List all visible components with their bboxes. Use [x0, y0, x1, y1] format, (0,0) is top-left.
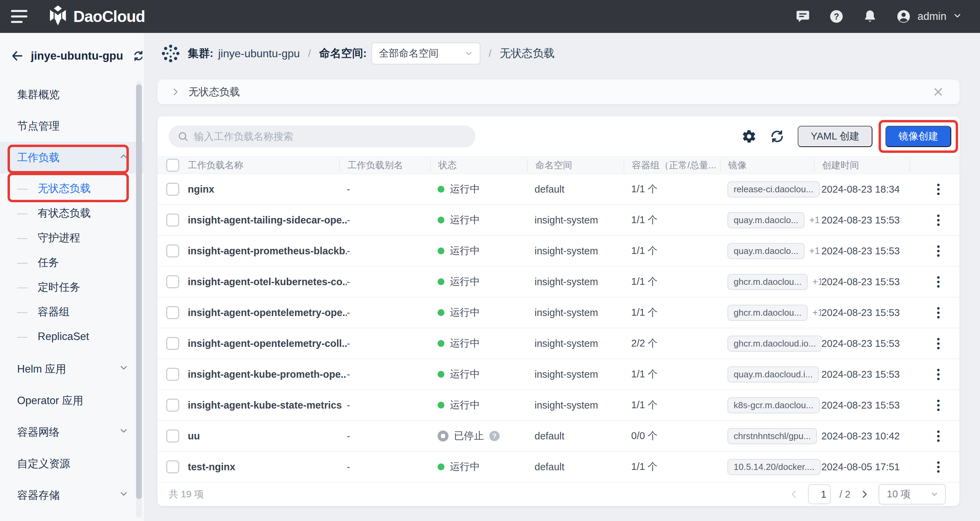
row-actions-kebab-icon[interactable]: [931, 274, 945, 290]
row-checkbox[interactable]: [166, 244, 179, 257]
dash-icon: —: [17, 257, 27, 268]
col-header-image[interactable]: 镜像: [720, 159, 821, 171]
row-checkbox[interactable]: [166, 430, 179, 443]
image-badge: release-ci.daoclou...: [727, 181, 819, 198]
row-actions-kebab-icon[interactable]: [931, 429, 945, 444]
sidebar-item-helm-apps[interactable]: Helm 应用: [0, 354, 144, 385]
workload-created: 2024-08-23 18:34: [821, 184, 917, 195]
workload-name[interactable]: insight-agent-opentelemetry-coll...: [188, 338, 347, 349]
col-header-namespace[interactable]: 命名空间: [527, 159, 631, 171]
page-number-input[interactable]: [808, 484, 830, 504]
row-actions-kebab-icon[interactable]: [931, 459, 945, 475]
workload-name[interactable]: insight-agent-kube-state-metrics: [188, 400, 347, 411]
row-checkbox[interactable]: [166, 275, 179, 288]
user-menu[interactable]: admin: [896, 9, 962, 24]
row-checkbox[interactable]: [166, 213, 179, 226]
row-actions-kebab-icon[interactable]: [931, 367, 945, 382]
sidebar-item-statefulsets[interactable]: —有状态负载: [0, 201, 144, 226]
sidebar-item-custom-resources[interactable]: 自定义资源: [0, 448, 144, 480]
row-checkbox[interactable]: [166, 460, 179, 473]
workload-image: release-ci.daoclou...: [727, 181, 821, 198]
row-actions-kebab-icon[interactable]: [931, 182, 945, 197]
close-icon[interactable]: [932, 86, 944, 98]
col-header-created[interactable]: 创建时间: [814, 159, 917, 171]
col-header-name[interactable]: 工作负载名称: [188, 159, 347, 171]
workload-name[interactable]: nginx: [188, 184, 347, 195]
next-page-icon[interactable]: [859, 489, 870, 499]
settings-gear-icon[interactable]: [741, 129, 757, 144]
sidebar-item-operator-apps[interactable]: Operator 应用: [0, 385, 144, 416]
image-badge: quay.m.daoclo...: [727, 212, 805, 228]
brand-logo[interactable]: DaoCloud: [48, 0, 145, 33]
workload-pods: 1/1 个: [631, 368, 727, 381]
workload-created: 2024-08-23 15:53: [821, 215, 917, 226]
namespace-select[interactable]: 全部命名空间: [371, 43, 480, 64]
notifications-bell-icon[interactable]: [862, 9, 878, 24]
chevron-right-icon[interactable]: [171, 87, 180, 97]
col-header-alias[interactable]: 工作负载别名: [339, 159, 438, 171]
sidebar-item-deployments[interactable]: —无状态负载: [0, 176, 144, 201]
sidebar-item-jobs[interactable]: —任务: [0, 250, 144, 275]
table-row: insight-agent-opentelemetry-ope... - 运行中…: [158, 298, 959, 328]
workload-name[interactable]: insight-agent-opentelemetry-ope...: [188, 307, 347, 319]
workload-alias: -: [347, 307, 438, 319]
workload-alias: -: [347, 338, 438, 349]
workload-alias: -: [347, 215, 438, 226]
status-help-icon[interactable]: ?: [489, 431, 500, 441]
workload-name[interactable]: insight-agent-tailing-sidecar-ope...: [188, 215, 347, 226]
pagination: / 2 10 项: [789, 484, 946, 505]
sidebar-item-cronjobs[interactable]: —定时任务: [0, 275, 144, 300]
sidebar-item-node-management[interactable]: 节点管理: [0, 110, 144, 142]
prev-page-icon[interactable]: [789, 489, 799, 499]
yaml-create-button[interactable]: YAML 创建: [798, 126, 872, 147]
row-checkbox[interactable]: [166, 398, 179, 412]
row-checkbox[interactable]: [166, 183, 179, 196]
workload-name[interactable]: insight-agent-otel-kubernetes-co...: [188, 276, 347, 288]
select-all-checkbox[interactable]: [166, 159, 179, 172]
workload-name[interactable]: test-nginx: [188, 461, 347, 473]
workload-name[interactable]: uu: [188, 430, 347, 442]
col-header-pods[interactable]: 容器组（正常/总量...: [624, 159, 727, 171]
workload-status: 运行中: [438, 244, 535, 258]
row-checkbox[interactable]: [166, 337, 179, 350]
workload-namespace: insight-system: [535, 400, 631, 411]
chevron-down-icon: [464, 49, 474, 58]
row-actions-kebab-icon[interactable]: [931, 398, 945, 413]
messages-icon[interactable]: [795, 9, 811, 24]
sidebar-item-container-network[interactable]: 容器网络: [0, 416, 144, 448]
row-actions-kebab-icon[interactable]: [931, 243, 945, 259]
row-actions-kebab-icon[interactable]: [931, 305, 945, 320]
refresh-icon[interactable]: [770, 129, 785, 144]
sidebar-scrollbar-thumb[interactable]: [136, 84, 142, 499]
col-header-status[interactable]: 状态: [430, 159, 535, 171]
page-size-select[interactable]: 10 项: [878, 484, 946, 505]
sidebar-item-replicasets[interactable]: —ReplicaSet: [0, 324, 144, 349]
row-checkbox[interactable]: [166, 368, 179, 381]
back-arrow-icon[interactable]: [10, 49, 24, 63]
search-input[interactable]: [194, 131, 468, 142]
row-actions-kebab-icon[interactable]: [931, 212, 945, 228]
image-badge: ghcr.m.daocloud.io...: [727, 336, 821, 352]
sidebar-item-daemonsets[interactable]: —守护进程: [0, 226, 144, 250]
workload-namespace: insight-system: [535, 276, 631, 288]
cluster-value[interactable]: jinye-ubuntu-gpu: [218, 47, 300, 60]
workload-pods: 2/2 个: [631, 336, 727, 350]
row-actions-kebab-icon[interactable]: [931, 336, 945, 351]
workload-image: quay.m.daoclo...+1: [727, 212, 821, 228]
row-checkbox[interactable]: [166, 306, 179, 319]
image-badge: chrstnhntschl/gpu...: [727, 428, 817, 444]
sidebar-item-workloads[interactable]: 工作负载: [0, 142, 144, 174]
status-running-dot: [438, 464, 444, 470]
help-icon[interactable]: ?: [829, 9, 844, 24]
status-running-dot: [438, 186, 444, 193]
workload-created: 2024-08-23 10:42: [821, 430, 917, 442]
sidebar-item-cluster-overview[interactable]: 集群概览: [0, 79, 144, 110]
workload-name[interactable]: insight-agent-kube-prometh-ope...: [188, 369, 347, 380]
switch-cluster-icon[interactable]: [132, 49, 145, 62]
hamburger-menu-icon[interactable]: [11, 8, 27, 25]
table-row: insight-agent-tailing-sidecar-ope... - 运…: [158, 205, 959, 236]
sidebar-item-pods[interactable]: —容器组: [0, 300, 144, 324]
workload-name[interactable]: insight-agent-prometheus-blackb...: [188, 245, 347, 257]
sidebar-item-container-storage[interactable]: 容器存储: [0, 480, 144, 511]
image-create-button[interactable]: 镜像创建: [885, 126, 951, 147]
